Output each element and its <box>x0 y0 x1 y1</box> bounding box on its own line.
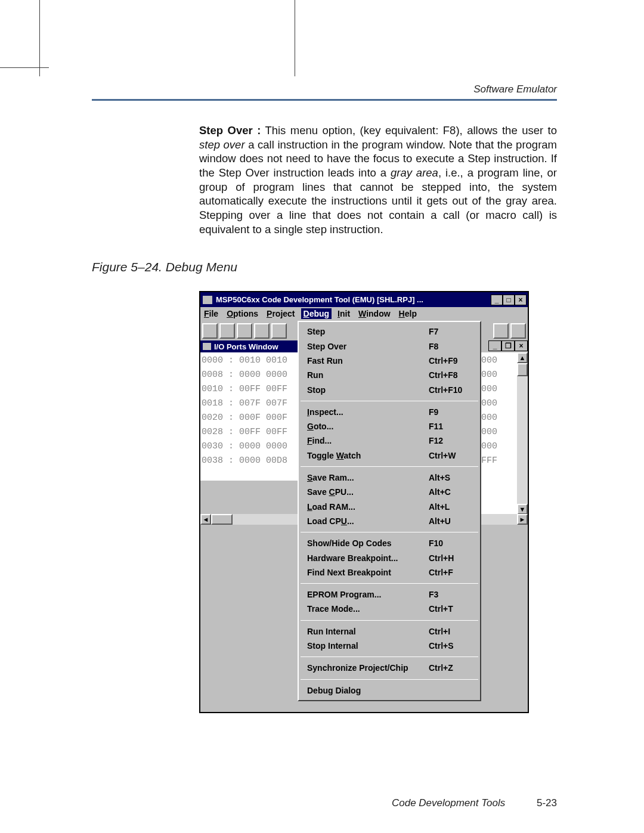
menu-item[interactable]: StepF7 <box>299 324 480 339</box>
client-area: I/O Ports Window _ ❐ × 0000 : 0010 00100… <box>200 321 528 712</box>
page-footer: Code Development Tools 5-23 <box>92 797 557 809</box>
toolbar-button[interactable] <box>510 323 526 339</box>
para-lead: Step Over : <box>199 124 261 137</box>
scroll-track[interactable] <box>517 376 528 504</box>
menubar[interactable]: FileOptionsProjectDebugInitWindowHelp <box>200 307 528 321</box>
toolbar-button[interactable] <box>493 323 509 339</box>
mdi-minimize-button[interactable]: _ <box>488 340 501 351</box>
system-menu-icon[interactable] <box>203 343 211 350</box>
menu-separator <box>301 657 478 657</box>
scroll-up-button[interactable]: ▲ <box>517 352 528 363</box>
menu-window[interactable]: Window <box>358 309 391 318</box>
menu-item[interactable]: RunCtrl+F8 <box>299 368 480 382</box>
para-em: gray area <box>391 166 438 179</box>
toolbar-button[interactable] <box>219 323 235 339</box>
io-row: 0000 : 0010 0010 <box>202 354 296 368</box>
para-em: step over <box>199 138 245 151</box>
menu-separator <box>301 583 478 584</box>
mdi-child-titlebar[interactable]: I/O Ports Window <box>200 340 298 352</box>
menu-options[interactable]: Options <box>227 309 258 318</box>
footer-title: Code Development Tools <box>392 797 505 809</box>
menu-item[interactable]: Load CPU...Alt+U <box>299 514 480 528</box>
scroll-thumb[interactable] <box>517 363 528 376</box>
footer-page-number: 5-23 <box>537 797 557 809</box>
menu-separator <box>301 466 478 467</box>
io-ports-panel[interactable]: 0000 : 0010 00100008 : 0000 00000010 : 0… <box>200 352 298 481</box>
close-button[interactable]: × <box>515 295 527 305</box>
scroll-right-button[interactable]: ► <box>517 514 528 525</box>
menu-item[interactable]: Run InternalCtrl+I <box>299 624 480 639</box>
io-row: 0028 : 00FF 00FF <box>202 425 296 439</box>
menu-item[interactable]: Goto...F11 <box>299 419 480 433</box>
crop-mark <box>39 0 40 76</box>
menu-item[interactable]: Synchronize Project/ChipCtrl+Z <box>299 661 480 675</box>
menu-item[interactable]: Hardware Breakpoint...Ctrl+H <box>299 551 480 565</box>
running-head: Software Emulator <box>92 83 557 99</box>
system-menu-icon[interactable] <box>203 296 212 304</box>
menu-item[interactable]: Debug Dialog <box>299 683 480 698</box>
minimize-button[interactable]: _ <box>491 295 503 305</box>
head-rule <box>92 99 557 101</box>
menu-item[interactable]: Load RAM...Alt+L <box>299 500 480 514</box>
menu-item[interactable]: Show/Hide Op CodesF10 <box>299 536 480 550</box>
toolbar-button[interactable] <box>237 323 252 339</box>
menu-help[interactable]: Help <box>399 309 417 318</box>
scroll-thumb[interactable] <box>211 514 233 525</box>
io-row: 0008 : 0000 0000 <box>202 368 296 382</box>
mdi-restore-button[interactable]: ❐ <box>501 340 515 351</box>
menu-item[interactable]: Find Next BreakpointCtrl+F <box>299 565 480 580</box>
io-row: 0030 : 0000 0000 <box>202 439 296 454</box>
menu-file[interactable]: File <box>204 309 218 318</box>
vertical-scrollbar[interactable]: ▲ ▼ <box>517 352 528 515</box>
menu-project[interactable]: Project <box>267 309 295 318</box>
menu-init[interactable]: Init <box>338 309 350 318</box>
app-window: MSP50C6xx Code Development Tool (EMU) [S… <box>199 291 529 713</box>
menu-item[interactable]: Save CPU...Alt+C <box>299 485 480 499</box>
menu-separator <box>301 532 478 532</box>
window-title: MSP50C6xx Code Development Tool (EMU) [S… <box>216 295 423 304</box>
body-paragraph: Step Over : This menu option, (key equiv… <box>199 123 557 236</box>
titlebar[interactable]: MSP50C6xx Code Development Tool (EMU) [S… <box>200 292 528 307</box>
debug-dropdown-menu[interactable]: StepF7Step OverF8Fast RunCtrl+F9RunCtrl+… <box>298 321 481 701</box>
menu-separator <box>301 679 478 680</box>
menu-item[interactable]: EPROM Program...F3 <box>299 587 480 602</box>
menu-item[interactable]: Find...F12 <box>299 433 480 448</box>
mdi-close-button[interactable]: × <box>515 340 528 351</box>
menu-item[interactable]: Save Ram...Alt+S <box>299 470 480 485</box>
toolbar-button[interactable] <box>271 323 287 339</box>
io-row: 0018 : 007F 007F <box>202 397 296 411</box>
io-row: 0010 : 00FF 00FF <box>202 382 296 397</box>
menu-separator <box>301 620 478 621</box>
toolbar-button[interactable] <box>254 323 270 339</box>
menu-debug[interactable]: Debug <box>301 308 332 319</box>
crop-mark <box>295 0 295 76</box>
io-row: 0020 : 000F 000F <box>202 411 296 425</box>
para-text: This menu option, (key equivalent: F8), … <box>261 124 557 137</box>
menu-item[interactable]: Fast RunCtrl+F9 <box>299 354 480 368</box>
menu-item[interactable]: Toggle WatchCtrl+W <box>299 448 480 463</box>
menu-item[interactable]: Trace Mode...Ctrl+T <box>299 602 480 616</box>
io-row: 0038 : 0000 00D8 <box>202 454 296 468</box>
crop-mark <box>0 67 49 68</box>
menu-separator <box>301 401 478 401</box>
menu-item[interactable]: Inspect...F9 <box>299 405 480 419</box>
mdi-title-text: I/O Ports Window <box>214 342 278 351</box>
menu-item[interactable]: Step OverF8 <box>299 339 480 354</box>
figure-caption: Figure 5–24. Debug Menu <box>92 260 557 274</box>
menu-item[interactable]: Stop InternalCtrl+S <box>299 639 480 653</box>
scroll-down-button[interactable]: ▼ <box>517 504 528 515</box>
menu-item[interactable]: StopCtrl+F10 <box>299 383 480 397</box>
maximize-button[interactable]: □ <box>503 295 515 305</box>
toolbar-button[interactable] <box>202 323 218 339</box>
scroll-left-button[interactable]: ◄ <box>200 514 211 525</box>
